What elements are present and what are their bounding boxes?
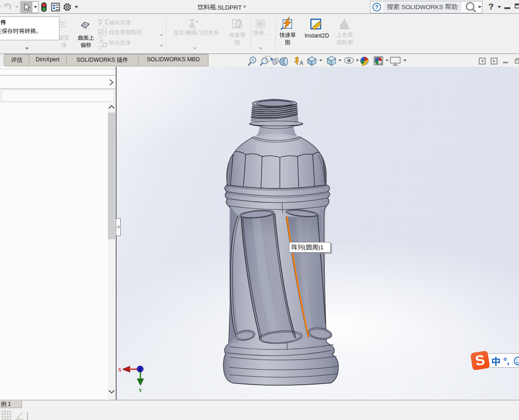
svg-text:?: ? [375,4,379,11]
svg-text:Z: Z [139,367,142,372]
svg-text:A: A [300,60,304,66]
svg-text:Y: Y [139,388,142,393]
svg-text:?: ? [488,2,494,11]
svg-text:X: X [118,367,122,372]
